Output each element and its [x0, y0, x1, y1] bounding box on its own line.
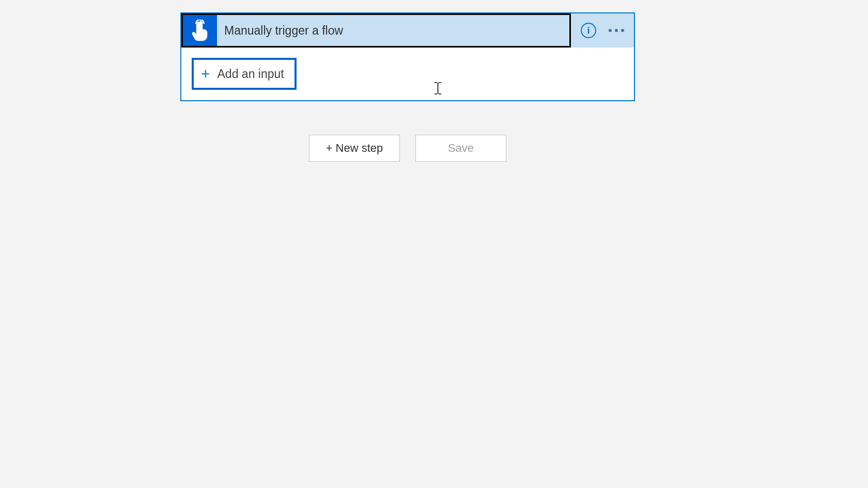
more-button[interactable] — [604, 18, 629, 43]
manual-trigger-icon — [183, 15, 217, 46]
trigger-card-header: Manually trigger a flow i — [181, 13, 634, 48]
trigger-card-body: + Add an input — [181, 48, 634, 100]
flow-actions: + New step Save — [309, 135, 506, 162]
ellipsis-icon — [609, 29, 624, 32]
add-input-button[interactable]: + Add an input — [192, 58, 297, 90]
new-step-button[interactable]: + New step — [309, 135, 400, 162]
trigger-card: Manually trigger a flow i + Add an input — [180, 12, 635, 101]
trigger-title: Manually trigger a flow — [217, 24, 343, 38]
save-button[interactable]: Save — [415, 135, 506, 162]
info-icon: i — [581, 23, 596, 38]
add-input-label: Add an input — [218, 67, 284, 81]
trigger-header-actions: i — [571, 13, 634, 48]
info-button[interactable]: i — [576, 18, 601, 43]
trigger-title-block[interactable]: Manually trigger a flow — [181, 13, 571, 48]
plus-icon: + — [201, 66, 210, 82]
